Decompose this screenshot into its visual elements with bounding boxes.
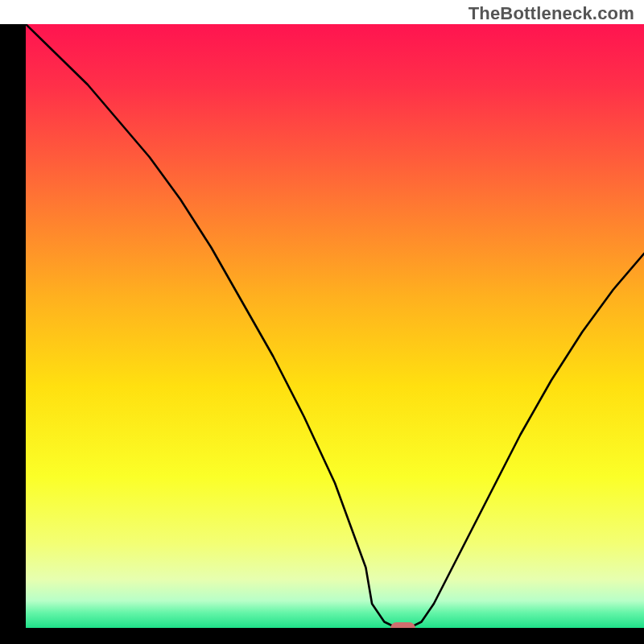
bottleneck-curve (26, 24, 644, 628)
frame-border-bottom (0, 628, 644, 644)
optimal-marker (390, 622, 415, 629)
frame-border-left (0, 24, 26, 644)
chart-container: TheBottleneck.com (0, 0, 644, 644)
plot-area (26, 24, 644, 628)
watermark-text: TheBottleneck.com (469, 3, 634, 24)
